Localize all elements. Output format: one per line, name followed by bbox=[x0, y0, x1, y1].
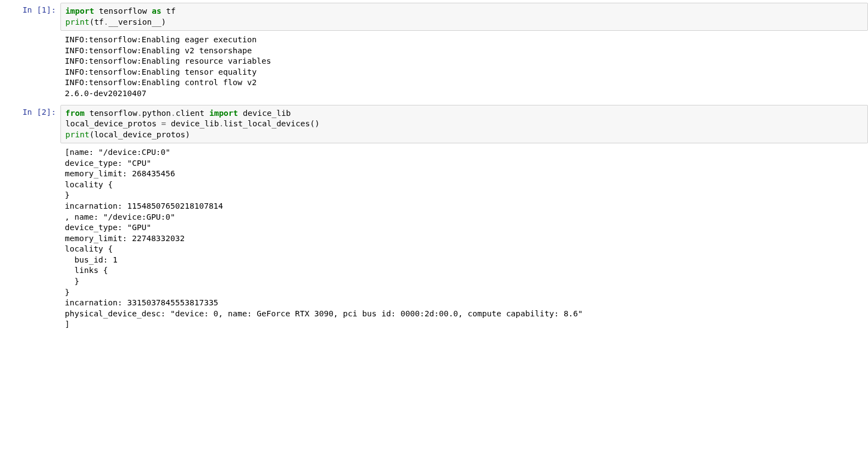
code-output: INFO:tensorflow:Enabling eager execution… bbox=[60, 32, 868, 103]
output-prompt bbox=[0, 144, 60, 150]
code-cell: In [2]: from tensorflow.python.client im… bbox=[0, 105, 868, 144]
input-prompt: In [1]: bbox=[0, 3, 60, 17]
output-text: [name: "/device:CPU:0" device_type: "CPU… bbox=[65, 147, 864, 330]
code-cell: In [1]: import tensorflow as tf print(tf… bbox=[0, 3, 868, 31]
code-input[interactable]: from tensorflow.python.client import dev… bbox=[60, 105, 868, 144]
output-cell: INFO:tensorflow:Enabling eager execution… bbox=[0, 32, 868, 103]
output-cell: [name: "/device:CPU:0" device_type: "CPU… bbox=[0, 144, 868, 334]
code-content[interactable]: import tensorflow as tf print(tf.__versi… bbox=[65, 6, 863, 27]
output-text: INFO:tensorflow:Enabling eager execution… bbox=[65, 35, 864, 99]
code-content[interactable]: from tensorflow.python.client import dev… bbox=[65, 108, 863, 141]
output-prompt bbox=[0, 32, 60, 37]
code-input[interactable]: import tensorflow as tf print(tf.__versi… bbox=[60, 3, 868, 31]
input-prompt: In [2]: bbox=[0, 105, 60, 119]
code-output: [name: "/device:CPU:0" device_type: "CPU… bbox=[60, 144, 868, 334]
